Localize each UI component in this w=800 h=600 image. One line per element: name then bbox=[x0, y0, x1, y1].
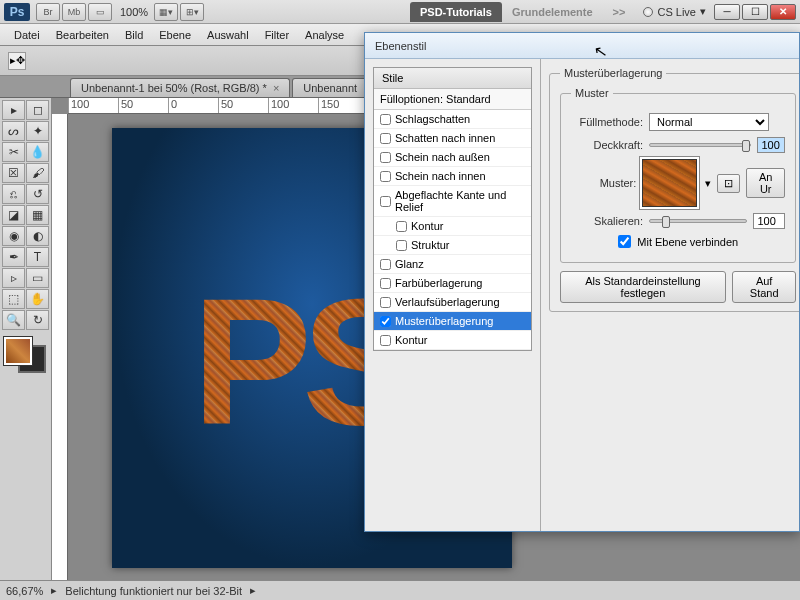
style-checkbox[interactable] bbox=[380, 133, 391, 144]
blend-mode-label: Füllmethode: bbox=[571, 116, 643, 128]
style-checkbox[interactable] bbox=[396, 240, 407, 251]
menu-datei[interactable]: Datei bbox=[6, 27, 48, 43]
3d-tool[interactable]: ⬚ bbox=[2, 289, 25, 309]
opacity-slider[interactable] bbox=[649, 143, 751, 147]
style-checkbox[interactable] bbox=[380, 114, 391, 125]
stamp-tool[interactable]: ⎌ bbox=[2, 184, 25, 204]
color-swatches[interactable] bbox=[2, 335, 48, 375]
menu-bearbeiten[interactable]: Bearbeiten bbox=[48, 27, 117, 43]
style-item[interactable]: Verlaufsüberlagerung bbox=[374, 293, 531, 312]
screenmode-icon[interactable]: ▭ bbox=[88, 3, 112, 21]
cslive-menu[interactable]: CS Live▾ bbox=[643, 5, 706, 18]
window-minimize-button[interactable]: ─ bbox=[714, 4, 740, 20]
tool-palette: ▸◻ ᔕ✦ ✂💧 ☒🖌 ⎌↺ ◪▦ ◉◐ ✒T ▹▭ ⬚✋ 🔍↻ bbox=[0, 98, 52, 580]
eraser-tool[interactable]: ◪ bbox=[2, 205, 25, 225]
style-item[interactable]: Schein nach innen bbox=[374, 167, 531, 186]
menu-bild[interactable]: Bild bbox=[117, 27, 151, 43]
document-tab-2[interactable]: Unbenannt bbox=[292, 78, 368, 97]
workspace-more-icon[interactable]: >> bbox=[603, 4, 636, 20]
pattern-group: Muster Füllmethode: Normal Deckkraft: Mu… bbox=[560, 87, 796, 263]
crop-tool[interactable]: ✂ bbox=[2, 142, 25, 162]
style-checkbox[interactable] bbox=[380, 171, 391, 182]
style-label: Abgeflachte Kante und Relief bbox=[395, 189, 525, 213]
close-icon[interactable]: × bbox=[273, 82, 279, 94]
style-item[interactable]: Schatten nach innen bbox=[374, 129, 531, 148]
scale-field[interactable] bbox=[753, 213, 785, 229]
opacity-field[interactable] bbox=[757, 137, 785, 153]
history-brush-tool[interactable]: ↺ bbox=[26, 184, 49, 204]
heal-tool[interactable]: ☒ bbox=[2, 163, 25, 183]
brush-tool[interactable]: 🖌 bbox=[26, 163, 49, 183]
link-with-layer-label: Mit Ebene verbinden bbox=[637, 236, 738, 248]
make-default-button[interactable]: Als Standardeinstellung festlegen bbox=[560, 271, 726, 303]
blend-mode-select[interactable]: Normal bbox=[649, 113, 769, 131]
window-close-button[interactable]: ✕ bbox=[770, 4, 796, 20]
path-select-tool[interactable]: ▹ bbox=[2, 268, 25, 288]
style-item[interactable]: Struktur bbox=[374, 236, 531, 255]
menu-ebene[interactable]: Ebene bbox=[151, 27, 199, 43]
styles-header[interactable]: Stile bbox=[374, 68, 531, 89]
pattern-swatch[interactable] bbox=[642, 159, 697, 207]
lasso-tool[interactable]: ᔕ bbox=[2, 121, 25, 141]
style-checkbox[interactable] bbox=[380, 278, 391, 289]
gradient-tool[interactable]: ▦ bbox=[26, 205, 49, 225]
style-item[interactable]: Kontur bbox=[374, 217, 531, 236]
pattern-label: Muster: bbox=[571, 177, 636, 189]
snap-origin-button[interactable]: An Ur bbox=[746, 168, 786, 198]
style-checkbox[interactable] bbox=[380, 297, 391, 308]
type-tool[interactable]: T bbox=[26, 247, 49, 267]
link-with-layer-checkbox[interactable] bbox=[618, 235, 631, 248]
dodge-tool[interactable]: ◐ bbox=[26, 226, 49, 246]
workspace-tab-grund[interactable]: Grundelemente bbox=[502, 4, 603, 20]
wand-tool[interactable]: ✦ bbox=[26, 121, 49, 141]
fill-options[interactable]: Fülloptionen: Standard bbox=[374, 89, 531, 110]
style-item[interactable]: Glanz bbox=[374, 255, 531, 274]
status-zoom[interactable]: 66,67% bbox=[6, 585, 43, 597]
move-tool-icon[interactable]: ▸✥ bbox=[8, 52, 26, 70]
new-preset-button[interactable]: ⊡ bbox=[717, 174, 740, 193]
cslive-icon bbox=[643, 7, 653, 17]
pattern-overlay-group: Musterüberlagerung Muster Füllmethode: N… bbox=[549, 67, 799, 312]
zoom-tool[interactable]: 🔍 bbox=[2, 310, 25, 330]
style-item[interactable]: Schein nach außen bbox=[374, 148, 531, 167]
ruler-vertical bbox=[52, 114, 68, 580]
minibridge-icon[interactable]: Mb bbox=[62, 3, 86, 21]
zoom-level[interactable]: 100% bbox=[120, 6, 148, 18]
style-checkbox[interactable] bbox=[380, 196, 391, 207]
workspace-tab-psd[interactable]: PSD-Tutorials bbox=[410, 2, 502, 22]
style-item[interactable]: Abgeflachte Kante und Relief bbox=[374, 186, 531, 217]
hand-tool[interactable]: ✋ bbox=[26, 289, 49, 309]
style-item[interactable]: Schlagschatten bbox=[374, 110, 531, 129]
dialog-title[interactable]: Ebenenstil bbox=[365, 33, 799, 59]
menu-filter[interactable]: Filter bbox=[257, 27, 297, 43]
style-item[interactable]: Kontur bbox=[374, 331, 531, 350]
style-checkbox[interactable] bbox=[380, 335, 391, 346]
extras-icon[interactable]: ⊞▾ bbox=[180, 3, 204, 21]
eyedropper-tool[interactable]: 💧 bbox=[26, 142, 49, 162]
blur-tool[interactable]: ◉ bbox=[2, 226, 25, 246]
style-checkbox[interactable] bbox=[380, 152, 391, 163]
reset-default-button[interactable]: Auf Stand bbox=[732, 271, 797, 303]
scale-slider[interactable] bbox=[649, 219, 747, 223]
style-checkbox[interactable] bbox=[380, 316, 391, 327]
style-label: Musterüberlagerung bbox=[395, 315, 493, 327]
style-checkbox[interactable] bbox=[396, 221, 407, 232]
status-bar: 66,67% ▸ Belichtung funktioniert nur bei… bbox=[0, 580, 800, 600]
document-tab-1[interactable]: Unbenannt-1 bei 50% (Rost, RGB/8) *× bbox=[70, 78, 290, 97]
menu-auswahl[interactable]: Auswahl bbox=[199, 27, 257, 43]
marquee-tool[interactable]: ◻ bbox=[26, 100, 49, 120]
status-message: Belichtung funktioniert nur bei 32-Bit bbox=[65, 585, 242, 597]
menu-analyse[interactable]: Analyse bbox=[297, 27, 352, 43]
style-item[interactable]: Musterüberlagerung bbox=[374, 312, 531, 331]
pattern-group-title: Muster bbox=[571, 87, 613, 99]
style-item[interactable]: Farbüberlagerung bbox=[374, 274, 531, 293]
foreground-color[interactable] bbox=[4, 337, 32, 365]
rotate-tool[interactable]: ↻ bbox=[26, 310, 49, 330]
style-checkbox[interactable] bbox=[380, 259, 391, 270]
shape-tool[interactable]: ▭ bbox=[26, 268, 49, 288]
pen-tool[interactable]: ✒ bbox=[2, 247, 25, 267]
move-tool[interactable]: ▸ bbox=[2, 100, 25, 120]
bridge-icon[interactable]: Br bbox=[36, 3, 60, 21]
window-maximize-button[interactable]: ☐ bbox=[742, 4, 768, 20]
arrange-icon[interactable]: ▦▾ bbox=[154, 3, 178, 21]
